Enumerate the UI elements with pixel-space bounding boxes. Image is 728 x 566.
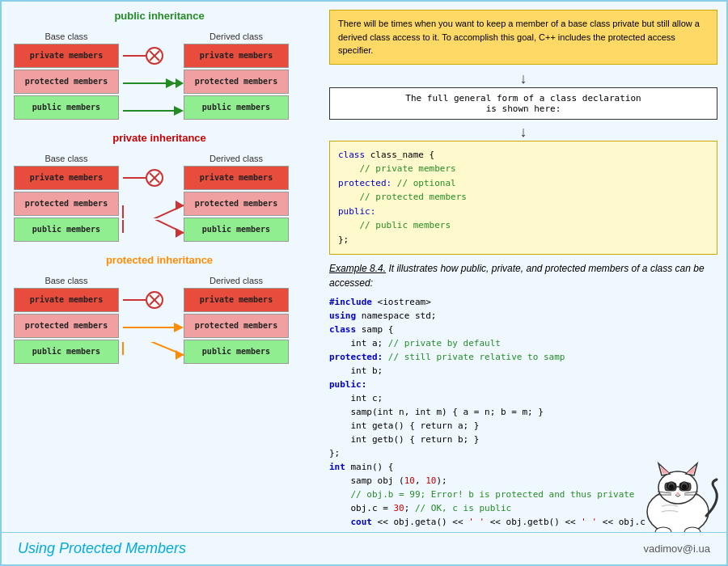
svg-marker-26 [176, 350, 184, 360]
svg-point-28 [658, 471, 697, 504]
protected-diagram: Base class private members protected mem… [14, 272, 305, 368]
code-box: class class_name { // private members pr… [329, 141, 717, 255]
priv-base-protected: protected members [14, 192, 119, 216]
right-panel: There will be times when you want to kee… [317, 2, 728, 535]
svg-rect-37 [665, 483, 676, 491]
base-public-row: public members [14, 95, 119, 120]
svg-marker-17 [176, 228, 184, 238]
prot-base-private: private members [14, 288, 119, 312]
public-base-label: Base class [14, 32, 119, 41]
private-base-label: Base class [14, 154, 119, 163]
public-arrows [119, 28, 184, 124]
prot-arrow-public [119, 342, 184, 368]
svg-rect-38 [679, 483, 691, 491]
prot-der-private: private members [184, 288, 289, 312]
protected-inheritance-section: protected inheritance Base class private… [14, 254, 305, 368]
base-private-row: private members [14, 44, 119, 68]
svg-marker-5 [176, 78, 184, 88]
public-base-class: Base class private members protected mem… [14, 32, 119, 121]
public-arrow-public [119, 98, 184, 124]
prot-derived-class: Derived class private members protected … [184, 276, 289, 365]
prot-der-protected: protected members [184, 314, 289, 338]
svg-marker-23 [174, 323, 184, 332]
public-arrow-private [119, 43, 184, 69]
private-derived-class: Derived class private members protected … [184, 154, 289, 243]
svg-line-25 [123, 342, 184, 355]
prot-base-public: public members [14, 340, 119, 364]
private-arrows [119, 150, 184, 246]
svg-line-16 [123, 220, 184, 233]
public-inheritance-section: public inheritance Base class private me… [14, 10, 305, 124]
prot-arrow-private [119, 287, 184, 313]
svg-marker-7 [174, 106, 184, 116]
info-box: There will be times when you want to kee… [329, 10, 717, 65]
priv-der-private: private members [184, 166, 289, 190]
public-derived-label: Derived class [184, 32, 289, 41]
cat-illustration [629, 451, 710, 524]
prot-base-protected: protected members [14, 314, 119, 338]
private-diagram: Base class private members protected mem… [14, 150, 305, 246]
priv-base-public: public members [14, 218, 119, 242]
footer: Using Protected Members vadimov@i.ua [2, 532, 726, 564]
priv-base-private: private members [14, 166, 119, 190]
public-derived-class: Derived class private members protected … [184, 32, 289, 121]
prot-base-class: Base class private members protected mem… [14, 276, 119, 365]
protected-title: protected inheritance [14, 254, 305, 266]
priv-der-public: public members [184, 218, 289, 242]
footer-author: vadimov@i.ua [643, 543, 710, 555]
derived-private-row: private members [184, 44, 289, 68]
prot-derived-label: Derived class [184, 276, 289, 285]
prot-der-public: public members [184, 340, 289, 364]
private-base-class: Base class private members protected mem… [14, 154, 119, 243]
private-title: private inheritance [14, 132, 305, 144]
left-panel: public inheritance Base class private me… [2, 2, 317, 535]
derived-protected-row: protected members [184, 70, 289, 94]
private-arrow-protected [119, 192, 184, 218]
derived-public-row: public members [184, 95, 289, 120]
priv-der-protected: protected members [184, 192, 289, 216]
example-title: Example 8.4. It illustrates how public, … [329, 261, 717, 290]
public-title: public inheritance [14, 10, 305, 22]
public-diagram: Base class private members protected mem… [14, 28, 305, 124]
private-arrow-private [119, 165, 184, 191]
flow-box: The full general form of a class declara… [329, 87, 717, 120]
private-arrow-public [119, 220, 184, 246]
svg-marker-14 [176, 201, 184, 210]
flow-arrow-2: ↓ [329, 125, 717, 139]
prot-base-label: Base class [14, 276, 119, 285]
private-inheritance-section: private inheritance Base class private m… [14, 132, 305, 246]
public-arrow-protected [119, 70, 184, 96]
private-derived-label: Derived class [184, 154, 289, 163]
base-protected-row: protected members [14, 70, 119, 94]
svg-line-13 [123, 205, 184, 218]
flow-arrow-1: ↓ [329, 71, 717, 86]
prot-arrow-protected [119, 315, 184, 340]
protected-arrows [119, 272, 184, 368]
footer-title: Using Protected Members [18, 540, 186, 557]
